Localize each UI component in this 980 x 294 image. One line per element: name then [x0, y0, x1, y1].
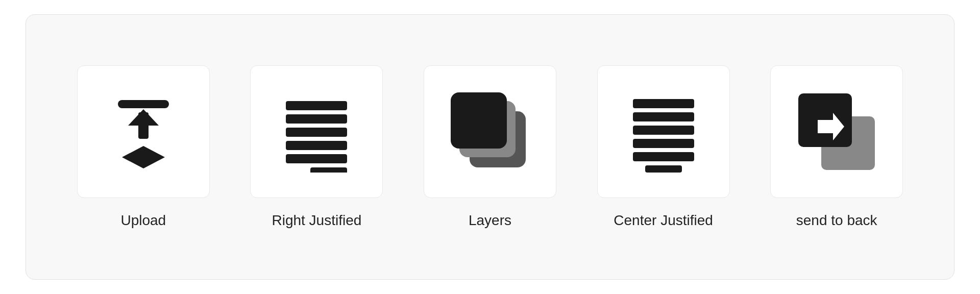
icon-box-upload [77, 65, 210, 198]
svg-rect-7 [286, 141, 347, 150]
svg-rect-17 [633, 152, 694, 161]
icon-grid: Upload Right Justified [26, 14, 954, 280]
layers-label: Layers [469, 212, 511, 229]
icon-box-send-to-back [770, 65, 903, 198]
svg-marker-2 [128, 109, 159, 126]
svg-rect-12 [451, 92, 507, 149]
upload-label: Upload [120, 212, 166, 229]
center-justified-icon [623, 91, 704, 173]
card-right-justified: Right Justified [230, 65, 404, 229]
svg-rect-4 [286, 101, 347, 110]
send-to-back-label: send to back [796, 212, 877, 229]
upload-icon [103, 91, 184, 173]
card-layers: Layers [403, 65, 577, 229]
svg-marker-3 [122, 146, 165, 168]
svg-rect-8 [286, 154, 347, 163]
icon-box-right-justified [250, 65, 383, 198]
svg-rect-16 [633, 139, 694, 148]
right-justified-icon [276, 91, 357, 173]
layers-icon [447, 88, 533, 175]
icon-box-center-justified [597, 65, 730, 198]
icon-box-layers [424, 65, 556, 198]
svg-rect-5 [286, 114, 347, 124]
card-send-to-back: send to back [750, 65, 923, 229]
svg-rect-18 [645, 165, 682, 173]
card-center-justified: Center Justified [577, 65, 750, 229]
svg-rect-9 [310, 167, 347, 173]
svg-rect-14 [633, 112, 694, 121]
card-upload: Upload [57, 65, 230, 229]
svg-rect-0 [118, 100, 169, 108]
svg-rect-15 [633, 126, 694, 135]
center-justified-label: Center Justified [614, 212, 713, 229]
right-justified-label: Right Justified [272, 212, 361, 229]
svg-rect-6 [286, 128, 347, 137]
send-to-back-icon [793, 88, 880, 175]
svg-rect-13 [633, 99, 694, 108]
